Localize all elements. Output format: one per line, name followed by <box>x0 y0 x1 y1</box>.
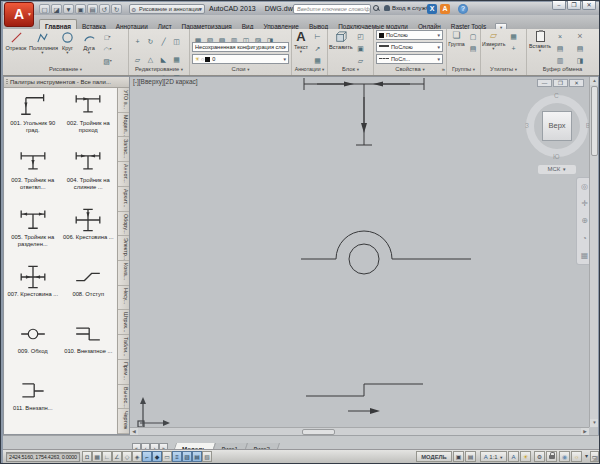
redo-icon[interactable]: ↻ <box>111 4 122 14</box>
palette-item[interactable]: 005. Тройник на разделен... <box>6 203 60 260</box>
dimension-icon[interactable]: ⊢ <box>311 31 324 42</box>
model-space-button[interactable]: МОДЕЛЬ <box>416 451 452 462</box>
viewcube[interactable]: С В Ю З Верх <box>524 93 590 159</box>
palette-item[interactable]: 008. Отступ <box>61 260 115 317</box>
palette-item[interactable]: 006. Крестовина ... <box>61 203 115 260</box>
qp-toggle-icon[interactable]: ▤ <box>192 451 202 462</box>
panel-label-clipboard[interactable]: Буфер обмена <box>527 66 598 74</box>
scroll-right-icon[interactable]: ▶ <box>581 428 589 435</box>
dyn-toggle-icon[interactable]: ▭ <box>162 451 172 462</box>
line-tool-button[interactable]: Отрезок <box>4 30 28 66</box>
rotate-icon[interactable]: ↻ <box>144 36 157 47</box>
text-tool-button[interactable]: А Текст▾ <box>293 30 309 66</box>
ortho-toggle-icon[interactable]: ∟ <box>102 451 112 462</box>
palette-tab-10[interactable]: Штрих... <box>118 310 129 335</box>
application-menu-button[interactable]: A▼ <box>4 2 34 27</box>
ucs-dropdown[interactable]: МСК ▼ <box>538 165 576 174</box>
horizontal-scrollbar[interactable]: ◀ ▶ <box>130 427 589 435</box>
palette-title-bar[interactable]: Палитры инструментов - Все пали... <box>4 77 129 88</box>
block-editor-icon[interactable]: ▱ <box>354 55 367 66</box>
ucs-icon[interactable] <box>138 397 170 427</box>
polyline-tool-button[interactable]: Полилиния▾ <box>29 30 56 66</box>
cut-icon[interactable]: × <box>554 31 566 42</box>
mirror-icon[interactable]: △ <box>144 54 157 65</box>
osnap-toggle-icon[interactable]: ◇ <box>122 451 132 462</box>
panel-label-utilities[interactable]: Утилиты ▾ <box>481 66 526 74</box>
palette-tab-6[interactable]: Обору... <box>118 212 129 237</box>
panel-label-groups[interactable]: Группы ▾ <box>447 66 480 74</box>
palette-tab-11[interactable]: Табли... <box>118 335 129 360</box>
compass-south-label[interactable]: Ю <box>553 153 560 160</box>
hatch-icon[interactable]: ▨▾ <box>101 55 114 66</box>
palette-item[interactable]: 011. Внезапн... <box>6 374 60 431</box>
paste-button[interactable]: Вставить▾ <box>529 30 551 66</box>
cancel-icon[interactable]: × <box>573 31 587 42</box>
insert-block-button[interactable]: Вставить <box>329 30 352 66</box>
close-button[interactable]: ✕ <box>582 1 596 10</box>
steering-wheel-icon[interactable]: ◎ <box>581 182 588 191</box>
open-file-icon[interactable]: ◪ <box>51 4 62 14</box>
polar-toggle-icon[interactable]: ∠ <box>112 451 122 462</box>
bypass-symbol[interactable] <box>301 231 471 274</box>
palette-tab-4[interactable]: Аннот... <box>118 162 129 187</box>
leader-icon[interactable]: ↗ <box>311 43 324 54</box>
resize-grip-icon[interactable]: ◢ <box>593 454 598 462</box>
exchange-icon[interactable]: X <box>427 4 437 14</box>
copy-clip-icon[interactable]: ▤ <box>554 43 566 54</box>
zoom-icon[interactable]: ⊕ <box>581 216 588 225</box>
id-point-icon[interactable]: + <box>507 43 520 54</box>
array-icon[interactable]: ▦ <box>170 54 183 65</box>
osnap3d-toggle-icon[interactable]: ◈ <box>132 451 142 462</box>
scroll-up-icon[interactable]: ▲ <box>590 77 598 85</box>
help-button[interactable]: ? <box>458 4 468 14</box>
palette-item[interactable]: 007. Крестовина ... <box>6 260 60 317</box>
pan-icon[interactable]: ✛ <box>581 199 588 208</box>
palette-tab-1[interactable]: УГО в... <box>118 88 129 113</box>
annotation-scale-button[interactable]: А 1:1 ▼ <box>480 451 507 462</box>
otrack-toggle-icon[interactable]: ⌐ <box>142 451 152 462</box>
status-menu-caret-icon[interactable]: ▾ <box>583 451 590 462</box>
copy-icon[interactable]: ▱ <box>131 54 144 65</box>
compass-west-label[interactable]: З <box>525 122 529 129</box>
palette-tab-5[interactable]: Архит... <box>118 187 129 212</box>
palette-item[interactable]: 004. Тройник на слияние ... <box>61 146 115 203</box>
group-edit-icon[interactable]: ▤ <box>467 43 479 54</box>
scroll-down-icon[interactable]: ▼ <box>590 419 598 427</box>
workspace-gear-icon[interactable]: ⚙ <box>534 451 545 462</box>
palette-tab-12[interactable]: Прям... <box>118 360 129 385</box>
layer-state-combo[interactable]: Несохраненная конфигурация сло▼ <box>192 42 289 52</box>
palette-item[interactable]: 009. Обход <box>6 317 60 374</box>
tpy-toggle-icon[interactable]: ▨ <box>182 451 192 462</box>
search-input[interactable]: Введите ключевое слово/фразу <box>293 4 371 14</box>
panel-label-draw[interactable]: Рисование ▾ <box>3 66 128 74</box>
properties-expand-icon[interactable]: » <box>442 66 445 72</box>
coordinates-readout[interactable]: 2424.5160, 1754.4263, 0.0000 <box>6 452 80 462</box>
palette-tab-3[interactable]: Запас... <box>118 137 129 162</box>
vertical-scrollbar[interactable]: ▲ ▼ <box>589 77 598 427</box>
autodesk360-icon[interactable]: A <box>440 4 450 14</box>
quick-view-layouts-icon[interactable]: ▣ <box>453 451 464 462</box>
circle-tool-button[interactable]: Круг▾ <box>57 30 78 66</box>
rectangle-icon[interactable]: □▾ <box>101 31 114 42</box>
grid-toggle-icon[interactable]: ▦ <box>92 451 102 462</box>
fillet-icon[interactable]: ◣ <box>157 54 170 65</box>
save-icon[interactable]: ▼ <box>63 4 74 14</box>
create-block-icon[interactable]: ◰ <box>354 31 367 42</box>
palette-tab-2[interactable]: Модел... <box>118 113 129 138</box>
erase-icon[interactable]: ◫ <box>170 36 183 47</box>
snap-toggle-icon[interactable]: ◘ <box>82 451 92 462</box>
showmotion-icon[interactable]: ▦ <box>581 251 589 260</box>
panel-label-modify[interactable]: Редактирование ▾ <box>129 66 189 74</box>
workspace-switcher[interactable]: ⚙ Рисование и аннотации ▼ <box>129 4 205 14</box>
new-file-icon[interactable]: ▢ <box>39 4 50 14</box>
lock-icon[interactable] <box>546 451 557 462</box>
orbit-icon[interactable]: ◔ <box>582 234 587 243</box>
lwt-toggle-icon[interactable]: ≡ <box>172 451 182 462</box>
panel-label-layers[interactable]: Слои ▾ <box>190 66 291 74</box>
minimize-button[interactable]: − <box>552 1 566 10</box>
layer-combo[interactable]: ☀☼0▼ <box>192 54 289 64</box>
panel-label-properties[interactable]: Свойства ▾» <box>374 66 446 74</box>
ungroup-icon[interactable]: ▢ <box>467 31 479 42</box>
palette-item[interactable]: 003. Тройник на ответвл... <box>6 146 60 203</box>
vertical-scroll-thumb[interactable] <box>591 86 598 156</box>
